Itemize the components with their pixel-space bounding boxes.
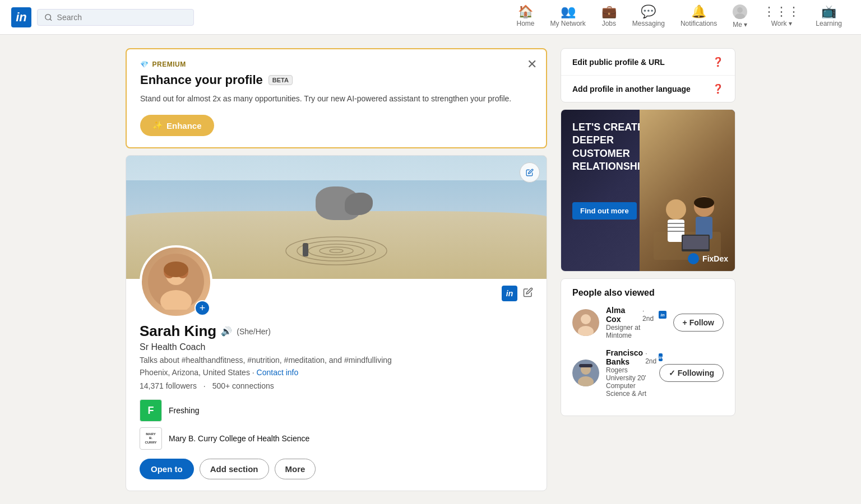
ad-cta-button[interactable]: Find out more <box>572 202 637 220</box>
nav-home[interactable]: 🏠 Home <box>509 0 543 35</box>
svg-point-22 <box>694 197 714 208</box>
company1-name: Freshing <box>169 406 199 415</box>
svg-point-2 <box>737 7 743 13</box>
nav-learning-label: Learning <box>816 20 842 27</box>
search-input[interactable] <box>57 13 187 22</box>
premium-banner: 💎 PREMIUM Enhance your profile BETA Stan… <box>126 48 547 148</box>
navbar: in 🏠 Home 👥 My Network 💼 Jobs 💬 Messagin… <box>0 0 861 35</box>
company-item-freshing: F Freshing <box>140 399 533 422</box>
learning-icon: 📺 <box>821 6 836 18</box>
add-section-button[interactable]: Add section <box>200 459 269 479</box>
profile-actions-top: in <box>502 286 533 301</box>
company2-name: Mary B. Curry College of Health Science <box>169 434 309 443</box>
linkedin-logo[interactable]: in <box>11 7 31 27</box>
add-language-label: Add profile in another language <box>572 85 691 94</box>
francisco-name: Francisco Banks · 2nd in <box>606 348 652 366</box>
avatar-image <box>148 254 204 310</box>
jobs-icon: 💼 <box>601 6 617 18</box>
profile-stats[interactable]: 14,371 followers · 500+ connections <box>140 381 533 390</box>
nav-my-network[interactable]: 👥 My Network <box>543 0 594 35</box>
nav-my-network-label: My Network <box>550 20 586 27</box>
notifications-icon: 🔔 <box>691 6 706 18</box>
sound-icon[interactable]: 🔊 <box>221 326 232 337</box>
enhance-button[interactable]: ✨ Enhance <box>140 115 214 136</box>
svg-point-6 <box>308 244 364 258</box>
pencil-icon <box>526 169 534 176</box>
close-banner-button[interactable]: ✕ <box>527 58 537 71</box>
search-bar[interactable] <box>37 9 194 26</box>
work-icon: ⋮⋮⋮ <box>763 6 800 18</box>
profile-name: Sarah King <box>140 323 216 340</box>
freshing-logo: F <box>140 399 162 422</box>
svg-point-7 <box>320 247 353 255</box>
edit-profile-button[interactable] <box>523 287 533 300</box>
follow-alma-button[interactable]: + Follow <box>673 314 724 332</box>
brand-name: FixDex <box>702 254 728 263</box>
nav-learning[interactable]: 📺 Learning <box>808 0 850 35</box>
cover-rock2 <box>345 193 373 215</box>
profile-location: Phoenix, Arizona, United States · Contac… <box>140 368 533 377</box>
edit-cover-button[interactable] <box>520 162 540 183</box>
alma-name: Alma Cox · 2nd in <box>606 306 666 324</box>
me-avatar <box>733 4 747 19</box>
svg-rect-32 <box>579 364 592 367</box>
profile-links-card: Edit public profile & URL ❓ Add profile … <box>561 48 735 102</box>
page-layout: 💎 PREMIUM Enhance your profile BETA Stan… <box>114 48 747 491</box>
enhance-icon: ✨ <box>152 120 163 130</box>
nav-work[interactable]: ⋮⋮⋮ Work ▾ <box>755 0 808 35</box>
profile-title: Sr Health Coach <box>140 342 533 352</box>
help-icon-2: ❓ <box>712 83 724 94</box>
add-language-item[interactable]: Add profile in another language ❓ <box>561 76 735 102</box>
person-item-francisco: Francisco Banks · 2nd in Rogers Universi… <box>572 348 724 398</box>
francisco-avatar <box>572 360 599 386</box>
profile-name-row: Sarah King 🔊 (She/Her) <box>140 323 533 340</box>
francisco-li-badge: in <box>659 353 663 361</box>
profile-companies: F Freshing MARYB.CURRY Mary B. Curry Col… <box>140 399 533 450</box>
my-network-icon: 👥 <box>561 6 576 18</box>
nav-notifications[interactable]: 🔔 Notifications <box>673 0 725 35</box>
avatar-add-button[interactable]: + <box>195 300 210 316</box>
nav-me-label: Me ▾ <box>733 21 747 29</box>
nav-work-label: Work ▾ <box>771 20 792 27</box>
profile-buttons: Open to Add section More <box>140 459 533 479</box>
alma-role: Designer at Mintome <box>606 324 666 339</box>
nav-messaging[interactable]: 💬 Messaging <box>624 0 673 35</box>
following-francisco-button[interactable]: ✓ Following <box>659 364 724 382</box>
main-column: 💎 PREMIUM Enhance your profile BETA Stan… <box>126 48 547 491</box>
nav-messaging-label: Messaging <box>632 20 665 27</box>
premium-label: 💎 PREMIUM <box>140 60 533 68</box>
alma-info: Alma Cox · 2nd in Designer at Mintome <box>606 306 666 339</box>
connections-count: 500+ connections <box>212 381 274 390</box>
edit-public-profile-item[interactable]: Edit public profile & URL ❓ <box>561 49 735 76</box>
company-item-curry: MARYB.CURRY Mary B. Curry College of Hea… <box>140 427 533 450</box>
svg-point-3 <box>735 13 745 19</box>
ad-brand: FixDex <box>688 253 728 264</box>
nav-items: 🏠 Home 👥 My Network 💼 Jobs 💬 Messaging 🔔… <box>509 0 850 35</box>
advertisement-card: LET'S CREATE DEEPER CUSTOMER RELATIONSHI… <box>561 109 735 272</box>
contact-info-link[interactable]: Contact info <box>257 368 299 377</box>
gem-icon: 💎 <box>140 60 149 68</box>
svg-point-8 <box>330 249 343 253</box>
alma-degree: · 2nd <box>642 307 656 323</box>
person-item-alma: Alma Cox · 2nd in Designer at Mintome + … <box>572 306 724 339</box>
profile-tags: Talks about #healthandfitness, #nutritio… <box>140 356 533 365</box>
svg-point-16 <box>666 199 686 220</box>
nav-me[interactable]: Me ▾ <box>725 0 755 35</box>
nav-jobs[interactable]: 💼 Jobs <box>594 0 624 35</box>
alma-li-badge: in <box>659 311 666 319</box>
profile-lower: in <box>126 279 547 491</box>
svg-point-14 <box>164 262 188 277</box>
nav-notifications-label: Notifications <box>681 20 717 27</box>
svg-line-1 <box>50 18 52 20</box>
edit-public-profile-label: Edit public profile & URL <box>572 58 665 67</box>
francisco-info: Francisco Banks · 2nd in Rogers Universi… <box>606 348 652 398</box>
nav-home-label: Home <box>517 20 535 27</box>
alma-avatar <box>572 309 599 336</box>
brand-dot <box>688 253 699 264</box>
cover-spiral-art <box>280 223 392 268</box>
avatar-wrap: + <box>140 245 212 318</box>
francisco-degree: · 2nd <box>645 349 656 365</box>
svg-rect-25 <box>683 236 709 249</box>
more-button[interactable]: More <box>275 459 316 479</box>
open-to-button[interactable]: Open to <box>140 459 194 479</box>
